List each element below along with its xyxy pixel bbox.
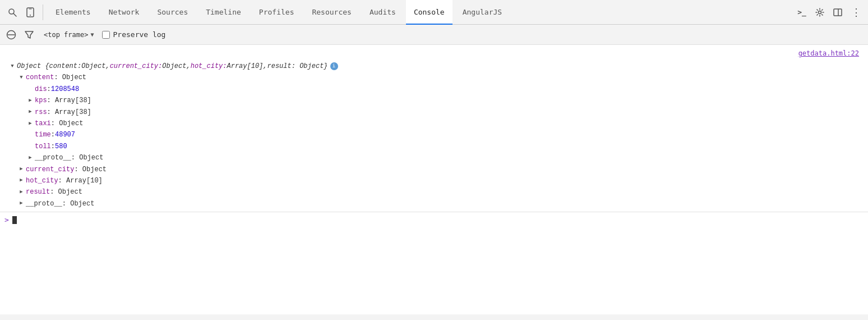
filter-icon[interactable] (22, 28, 36, 42)
hot-city-triangle[interactable] (18, 177, 25, 184)
svg-line-1 (13, 13, 16, 16)
info-icon: i (330, 62, 338, 70)
console-prompt: > (4, 216, 9, 224)
tab-angularjs[interactable]: AngularJS (455, 0, 510, 25)
tree-result-row[interactable]: result : Object (9, 186, 868, 198)
mobile-icon[interactable] (22, 4, 38, 20)
tab-profiles[interactable]: Profiles (251, 0, 302, 25)
taxi-triangle[interactable] (27, 120, 34, 127)
current-city-triangle[interactable] (18, 166, 25, 173)
tab-timeline[interactable]: Timeline (198, 0, 249, 25)
dock-icon[interactable] (830, 4, 846, 20)
tree-root-row[interactable]: Object { content: Object, current_city: … (9, 61, 868, 72)
tree-rss-row[interactable]: rss : Array[38] (9, 107, 868, 118)
kps-triangle[interactable] (27, 97, 34, 104)
svg-point-5 (819, 11, 821, 13)
tree-proto-root-row[interactable]: __proto__ : Object (9, 198, 868, 209)
more-icon[interactable]: ⋮ (848, 4, 864, 20)
tree-kps-row[interactable]: kps : Array[38] (9, 95, 868, 106)
secondary-toolbar: <top frame> ▼ Preserve log (0, 25, 868, 45)
preserve-log-checkbox-label[interactable]: Preserve log (102, 30, 166, 39)
console-source-link[interactable]: getdata.html:22 (0, 45, 868, 58)
tree-dis-row: dis : 1208548 (9, 84, 868, 95)
tree-content-row[interactable]: content : Object (9, 72, 868, 83)
tab-sources[interactable]: Sources (149, 0, 196, 25)
console-area: getdata.html:22 Object { content: Object… (0, 45, 868, 314)
preserve-log-checkbox[interactable] (102, 31, 110, 39)
proto-root-triangle[interactable] (18, 200, 25, 207)
proto-content-triangle[interactable] (27, 154, 34, 161)
console-input-line: > (0, 212, 868, 227)
terminal-icon[interactable]: >_ (794, 4, 810, 20)
tree-toll-row: toll : 580 (9, 141, 868, 152)
tree-current-city-row[interactable]: current_city : Object (9, 164, 868, 175)
clear-console-icon[interactable] (4, 28, 18, 42)
tab-console[interactable]: Console (406, 0, 453, 25)
tree-taxi-row[interactable]: taxi : Object (9, 118, 868, 129)
console-cursor (12, 216, 17, 224)
console-object-tree: Object { content: Object, current_city: … (0, 58, 868, 212)
rss-triangle[interactable] (27, 109, 34, 116)
content-triangle[interactable] (18, 75, 25, 81)
frame-dropdown-icon: ▼ (90, 31, 94, 38)
tab-audits[interactable]: Audits (362, 0, 404, 25)
svg-rect-6 (834, 9, 842, 16)
search-icon[interactable] (4, 4, 20, 20)
tab-resources[interactable]: Resources (304, 0, 359, 25)
tree-time-row: time : 48907 (9, 129, 868, 140)
svg-point-3 (30, 15, 31, 16)
tab-elements[interactable]: Elements (48, 0, 99, 25)
result-triangle[interactable] (18, 189, 25, 195)
frame-selector[interactable]: <top frame> ▼ (40, 30, 98, 40)
tab-network[interactable]: Network (101, 0, 147, 25)
tree-hot-city-row[interactable]: hot_city : Array[10] (9, 175, 868, 186)
tree-proto-content-row[interactable]: __proto__ : Object (9, 152, 868, 163)
root-triangle[interactable] (9, 63, 16, 70)
settings-icon[interactable] (812, 4, 828, 20)
toolbar-divider-1 (43, 4, 43, 20)
top-toolbar: Elements Network Sources Timeline Profil… (0, 0, 868, 25)
toolbar-right: >_ ⋮ (794, 4, 864, 20)
